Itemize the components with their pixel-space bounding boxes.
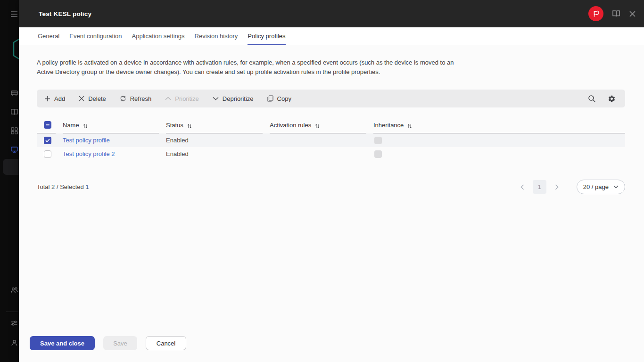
column-header-status[interactable]: Status <box>166 118 263 133</box>
sort-icon[interactable] <box>83 123 88 129</box>
cross-icon <box>79 96 84 101</box>
deprioritize-button[interactable]: Deprioritize <box>213 95 254 102</box>
refresh-icon <box>120 95 126 102</box>
save-button[interactable]: Save <box>103 336 137 350</box>
selection-summary: Total 2 / Selected 1 <box>37 183 89 190</box>
copy-icon <box>267 95 273 102</box>
tab-general[interactable]: General <box>38 27 59 45</box>
table-row[interactable]: Test policy profile Enabled <box>37 133 625 147</box>
tab-application-settings[interactable]: Application settings <box>132 27 185 45</box>
chevron-up-icon <box>165 97 171 100</box>
users-icon[interactable] <box>10 286 18 294</box>
current-page-button[interactable]: 1 <box>533 180 546 194</box>
gear-icon[interactable] <box>608 95 616 103</box>
tab-revision-history[interactable]: Revision history <box>195 27 238 45</box>
panel-title: Test KESL policy <box>39 10 91 17</box>
close-icon[interactable] <box>629 10 636 17</box>
dashboard-grid-icon[interactable] <box>10 127 18 135</box>
row-checkbox[interactable] <box>44 137 51 144</box>
console-settings-icon[interactable] <box>10 319 18 327</box>
policy-profiles-table: Name Status Activa <box>37 118 625 161</box>
tab-bar: General Event configuration Application … <box>19 27 644 45</box>
copy-button[interactable]: Copy <box>267 95 291 102</box>
sort-icon[interactable] <box>187 123 192 129</box>
profile-status: Enabled <box>166 137 263 144</box>
help-book-icon[interactable] <box>611 9 621 18</box>
chevron-down-icon <box>613 185 619 189</box>
app-sidebar <box>0 0 19 362</box>
select-all-checkbox[interactable] <box>44 121 51 129</box>
save-and-close-button[interactable]: Save and close <box>30 336 95 350</box>
account-icon[interactable] <box>10 339 18 347</box>
chevron-left-icon[interactable] <box>519 182 526 192</box>
add-button[interactable]: Add <box>44 95 65 102</box>
pagination-bar: Total 2 / Selected 1 1 20 / page <box>37 180 625 194</box>
refresh-button[interactable]: Refresh <box>120 95 152 102</box>
page-size-select[interactable]: 20 / page <box>577 180 625 194</box>
column-header-inheritance[interactable]: Inheritance <box>373 118 625 133</box>
table-toolbar: Add Delete Refresh <box>37 90 625 107</box>
cancel-button[interactable]: Cancel <box>146 336 186 350</box>
reports-icon[interactable] <box>10 108 18 116</box>
sidebar-divider <box>6 312 19 312</box>
delete-button[interactable]: Delete <box>79 95 106 102</box>
inheritance-checkbox-disabled <box>374 137 382 144</box>
search-icon[interactable] <box>588 95 596 103</box>
table-header-row: Name Status Activa <box>37 118 625 133</box>
notifications-flag-button[interactable] <box>588 6 603 21</box>
policy-profile-description: A policy profile is activated on a devic… <box>37 58 454 77</box>
sort-icon[interactable] <box>314 123 320 129</box>
prioritize-button[interactable]: Prioritize <box>165 95 199 102</box>
row-checkbox[interactable] <box>44 150 51 158</box>
hierarchy-icon[interactable] <box>10 89 18 97</box>
tab-event-configuration[interactable]: Event configuration <box>69 27 122 45</box>
profile-name-link[interactable]: Test policy profile 2 <box>63 150 115 157</box>
profile-name-link[interactable]: Test policy profile <box>63 137 110 144</box>
flag-notification-icon <box>592 10 600 17</box>
column-header-name[interactable]: Name <box>63 118 159 133</box>
table-row[interactable]: Test policy profile 2 Enabled <box>37 147 625 161</box>
panel-header: Test KESL policy <box>19 0 644 27</box>
column-header-activation-rules[interactable]: Activation rules <box>270 118 366 133</box>
chevron-right-icon[interactable] <box>553 182 561 192</box>
devices-monitor-icon[interactable] <box>10 146 18 154</box>
plus-icon <box>44 96 50 102</box>
hamburger-icon[interactable] <box>10 11 18 17</box>
profile-status: Enabled <box>166 150 263 157</box>
inheritance-checkbox-disabled <box>374 150 382 158</box>
policy-properties-panel: Test KESL policy <box>19 0 644 362</box>
panel-footer: Save and close Save Cancel <box>30 336 186 350</box>
sort-icon[interactable] <box>407 123 413 129</box>
chevron-down-icon <box>213 97 219 100</box>
tab-policy-profiles[interactable]: Policy profiles <box>248 27 285 45</box>
